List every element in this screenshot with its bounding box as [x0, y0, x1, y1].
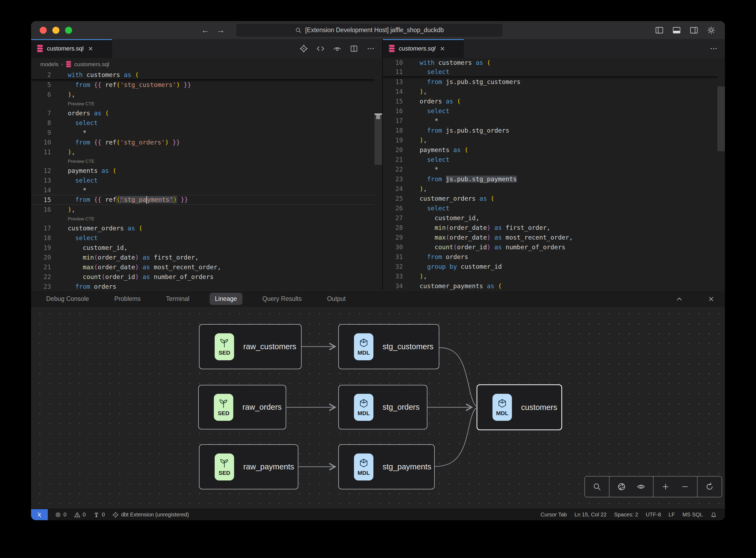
breadcrumb-models[interactable]: models	[40, 61, 59, 68]
aperture-button[interactable]	[613, 478, 630, 495]
status-item-cursor-tab[interactable]: Cursor Tab	[537, 511, 571, 518]
back-arrow-icon[interactable]: ←	[201, 25, 210, 35]
code-line: 32 group by customer_id	[383, 262, 725, 272]
model-badge: MDL	[354, 394, 373, 421]
command-center-search[interactable]: [Extension Development Host] jaffle_shop…	[236, 23, 503, 37]
layout-right-icon[interactable]	[689, 26, 699, 35]
close-icon[interactable]	[707, 295, 715, 303]
right-scrollbar[interactable]	[718, 58, 725, 290]
lineage-canvas[interactable]: SEDraw_customersMDLstg_customersSEDraw_o…	[31, 307, 725, 509]
right-code-editor[interactable]: 10with customers as (11 select 13 from j…	[383, 58, 725, 290]
ellipsis-icon[interactable]	[366, 44, 375, 53]
chevron-up-icon[interactable]	[675, 295, 683, 303]
codelens-line: Preview CTE	[31, 214, 382, 223]
eye-button[interactable]	[633, 478, 649, 495]
seedling-icon	[219, 338, 230, 349]
statusbar-left: 000dbt Extension (unregistered)	[51, 509, 193, 520]
graph-search-button[interactable]	[589, 478, 605, 495]
dbt-file-icon	[388, 45, 395, 53]
eye-icon	[636, 482, 646, 491]
node-label: stg_orders	[383, 403, 420, 412]
lineage-node-stg_orders[interactable]: MDLstg_orders	[338, 385, 427, 429]
seed-badge: SED	[215, 333, 234, 360]
lineage-node-raw_customers[interactable]: SEDraw_customers	[199, 324, 302, 369]
lineage-node-customers[interactable]: MDLcustomers	[476, 384, 562, 430]
dbt-file-icon	[36, 45, 44, 53]
forward-arrow-icon[interactable]: →	[216, 25, 225, 35]
scrollbar-slider[interactable]	[374, 116, 382, 165]
lineage-toolbar	[584, 476, 722, 497]
lineage-node-stg_customers[interactable]: MDLstg_customers	[338, 324, 439, 369]
lineage-node-raw_payments[interactable]: SEDraw_payments	[199, 444, 298, 489]
code-line: 20 min(order_date) as first_order,	[31, 253, 382, 262]
refresh-button[interactable]	[701, 478, 718, 495]
code-line: 13 from js.pub.stg_customers	[383, 77, 725, 87]
left-scrollbar[interactable]	[374, 70, 382, 290]
panel-tab-lineage[interactable]: Lineage	[210, 293, 242, 305]
code-icon[interactable]	[316, 44, 325, 53]
status-item-bell-icon[interactable]	[707, 511, 721, 518]
ports-icon	[93, 511, 100, 518]
zoom-in-button[interactable]	[657, 478, 674, 495]
dbt-icon[interactable]	[299, 44, 308, 53]
node-label: raw_orders	[242, 403, 282, 412]
status-label: Spaces: 2	[614, 511, 638, 518]
breadcrumb[interactable]: models › customers.sql	[31, 58, 382, 70]
badge-label: SED	[218, 410, 229, 416]
status-item-lf[interactable]: LF	[665, 511, 679, 518]
tab-customers-sql-right[interactable]: customers.sql ×	[383, 39, 464, 58]
breadcrumb-file[interactable]: customers.sql	[74, 61, 109, 68]
seedling-icon	[218, 398, 229, 409]
ellipsis-icon[interactable]	[709, 44, 718, 53]
split-editor-icon[interactable]	[350, 44, 358, 53]
settings-gear-icon[interactable]	[707, 26, 716, 35]
preview-eye-icon[interactable]	[333, 44, 342, 53]
code-line: 21 max(order_date) as most_recent_order,	[31, 262, 382, 272]
remote-indicator[interactable]	[31, 509, 48, 520]
status-item-dbt-extension-unregistered-[interactable]: dbt Extension (unregistered)	[108, 511, 192, 518]
cube-icon	[358, 458, 369, 468]
panel-tab-problems[interactable]: Problems	[109, 293, 146, 305]
status-item-0[interactable]: 0	[51, 511, 70, 518]
status-label: UTF-8	[646, 511, 661, 518]
lineage-node-raw_orders[interactable]: SEDraw_orders	[198, 385, 286, 429]
cube-icon	[497, 398, 507, 409]
code-line: 20payments as (	[383, 145, 725, 155]
tab-customers-sql-left[interactable]: customers.sql ×	[31, 39, 112, 58]
layout-bottom-icon[interactable]	[672, 26, 681, 35]
minimize-window-button[interactable]	[52, 27, 59, 34]
zoom-out-button[interactable]	[677, 478, 693, 495]
status-item-spaces-2[interactable]: Spaces: 2	[610, 511, 642, 518]
close-window-button[interactable]	[40, 27, 47, 34]
code-lines: 13 from js.pub.stg_customers14),15orders…	[383, 77, 725, 290]
status-item-utf-8[interactable]: UTF-8	[642, 511, 665, 518]
panel-tab-output[interactable]: Output	[321, 293, 351, 305]
panel-tab-debug-console[interactable]: Debug Console	[41, 293, 95, 305]
status-item-0[interactable]: 0	[70, 511, 89, 518]
right-editor-pane: customers.sql × 10with customers as (11 …	[383, 39, 725, 290]
left-code-editor[interactable]: 2with customers as ( 5 from {{ ref('stg_…	[31, 70, 382, 290]
badge-label: MDL	[358, 350, 370, 356]
refresh-icon	[705, 482, 714, 491]
lineage-node-stg_payments[interactable]: MDLstg_payments	[338, 444, 435, 489]
tab-close-icon[interactable]: ×	[88, 45, 93, 53]
node-label: raw_customers	[243, 342, 296, 351]
toolbar-group	[653, 477, 697, 497]
scrollbar-slider[interactable]	[718, 86, 725, 151]
status-item-0[interactable]: 0	[89, 511, 108, 518]
maximize-window-button[interactable]	[65, 27, 72, 34]
model-badge: MDL	[354, 454, 373, 481]
tab-close-icon[interactable]: ×	[440, 45, 445, 53]
status-item-ms-sql[interactable]: MS SQL	[679, 511, 707, 518]
panel-tab-terminal[interactable]: Terminal	[161, 293, 195, 305]
panel-tab-query-results[interactable]: Query Results	[257, 293, 307, 305]
status-label: 0	[63, 511, 67, 518]
graph-search-icon	[592, 482, 602, 491]
layout-left-icon[interactable]	[655, 26, 664, 35]
code-line: 28 min(order_date) as first_order,	[383, 223, 725, 232]
statusbar-right: Cursor TabLn 15, Col 22Spaces: 2UTF-8LFM…	[537, 509, 725, 520]
code-line: 25customer_orders as (	[383, 194, 725, 203]
code-line: 17 *	[383, 116, 725, 126]
code-line: 10 from {{ ref('stg_orders') }}	[31, 137, 382, 147]
status-item-ln-15-col-22[interactable]: Ln 15, Col 22	[571, 511, 610, 518]
